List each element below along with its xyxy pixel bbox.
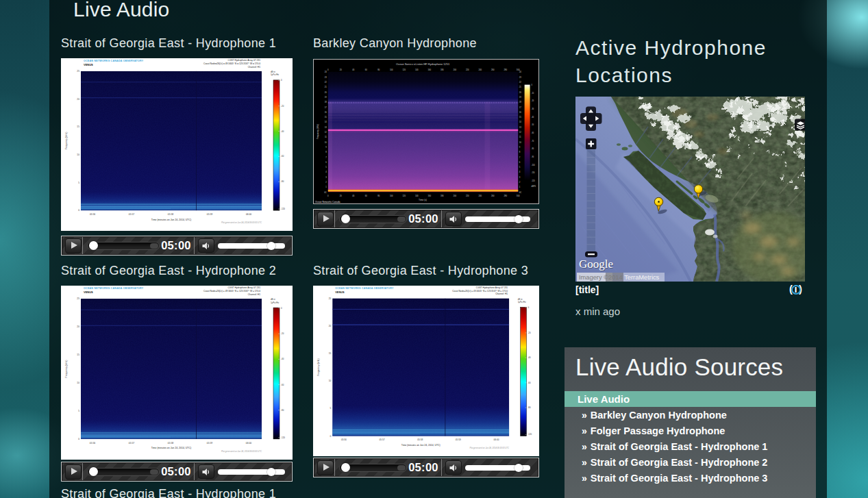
svg-text:25: 25 [77, 297, 79, 300]
svg-text:CGST Hydrophone Array 07 231: CGST Hydrophone Array 07 231 [228, 286, 261, 289]
svg-text:40: 40 [352, 195, 355, 197]
svg-text:180: 180 [441, 195, 444, 197]
svg-text:22: 22 [519, 81, 522, 84]
svg-text:10: 10 [329, 379, 332, 382]
svg-text:OCEAN NETWORKS CANADA OBSERVAT: OCEAN NETWORKS CANADA OBSERVATORY [335, 287, 394, 290]
svg-text:21: 21 [519, 86, 522, 88]
svg-text:17: 17 [519, 106, 522, 109]
svg-text:80: 80 [377, 195, 380, 197]
svg-text:05:58: 05:58 [417, 438, 423, 441]
svg-text:05:56: 05:56 [90, 442, 95, 445]
svg-text:Time (s): Time (s) [419, 199, 427, 201]
svg-text:CGST Hydrophone Array 07 231: CGST Hydrophone Array 07 231 [228, 59, 261, 62]
svg-text:-40: -40 [532, 116, 534, 119]
svg-text:Coast Node=26(Lt) = 49.3405° N: Coast Node=26(Lt) = 49.3405° N = 123.316… [452, 290, 508, 292]
svg-text:-110: -110 [532, 171, 536, 174]
svg-text:280: 280 [504, 69, 507, 71]
svg-text:-120: -120 [281, 436, 285, 439]
svg-text:20: 20 [340, 69, 343, 71]
svg-text:23: 23 [519, 76, 522, 79]
svg-text:25: 25 [77, 70, 79, 73]
svg-text:-90: -90 [532, 155, 534, 158]
svg-text:80: 80 [377, 69, 380, 71]
svg-text:280: 280 [504, 195, 507, 197]
svg-text:14: 14 [519, 121, 522, 123]
svg-text:15: 15 [519, 116, 522, 119]
svg-text:120: 120 [402, 69, 406, 71]
svg-text:-80: -80 [532, 147, 534, 150]
svg-text:-40: -40 [281, 130, 284, 133]
svg-text:-40: -40 [281, 358, 284, 360]
svg-text:Plot generated on Jun 24, 2014: Plot generated on Jun 24, 2014 06:00:00 … [221, 450, 262, 453]
svg-text:VENUS: VENUS [84, 290, 93, 294]
svg-text:05:56: 05:56 [90, 213, 95, 216]
svg-text:15: 15 [77, 353, 79, 356]
svg-text:40: 40 [352, 69, 355, 71]
svg-text:Plot generated on Jun 24, 2014: Plot generated on Jun 24, 2014 06:00:00 … [469, 447, 510, 449]
svg-text:Google: Google [579, 258, 613, 271]
svg-text:Ocean Sonics icListen HF Hydro: Ocean Sonics icListen HF Hydrophone 1251 [396, 62, 449, 66]
svg-text:Channel: H1: Channel: H1 [248, 293, 260, 296]
svg-text:-10: -10 [532, 92, 534, 95]
svg-text:1µPa²/Hz: 1µPa²/Hz [518, 301, 526, 303]
svg-text:13: 13 [325, 126, 327, 129]
svg-text:-70: -70 [532, 140, 534, 142]
svg-text:16: 16 [325, 111, 327, 114]
svg-text:180: 180 [441, 69, 444, 71]
svg-text:-40: -40 [528, 356, 531, 359]
svg-text:240: 240 [478, 195, 482, 197]
svg-text:-60: -60 [281, 155, 284, 158]
svg-text:-120: -120 [528, 433, 532, 436]
svg-text:200: 200 [453, 69, 456, 71]
svg-text:1µPa²/Hz: 1µPa²/Hz [271, 73, 280, 76]
svg-text:240: 240 [478, 69, 482, 71]
svg-text:dBFS: dBFS [532, 185, 536, 188]
svg-text:dB re: dB re [271, 298, 275, 301]
svg-text:260: 260 [491, 69, 495, 71]
svg-text:VENUS: VENUS [84, 63, 93, 66]
svg-text:-50: -50 [532, 123, 534, 126]
svg-text:22: 22 [325, 81, 327, 84]
svg-text:20: 20 [325, 91, 327, 94]
svg-text:300: 300 [517, 69, 520, 71]
svg-text:05:59: 05:59 [456, 438, 461, 441]
svg-text:220: 220 [466, 69, 469, 71]
svg-text:Time (minutes on Jun 24, 2014,: Time (minutes on Jun 24, 2014, UTC) [151, 219, 191, 221]
svg-text:05:59: 05:59 [207, 442, 212, 445]
svg-text:0C: 0C [324, 191, 327, 194]
svg-text:Frequency (kHz): Frequency (kHz) [65, 132, 68, 150]
svg-text:Plot generated on Jun 24, 2014: Plot generated on Jun 24, 2014 06:00:00 … [221, 221, 262, 224]
svg-text:5: 5 [78, 410, 79, 412]
svg-text:1µPa²/Hz: 1µPa²/Hz [271, 301, 280, 304]
svg-text:-60: -60 [528, 382, 531, 384]
svg-text:18: 18 [519, 101, 522, 103]
svg-text:19: 19 [519, 96, 522, 99]
svg-text:24: 24 [325, 71, 327, 73]
svg-text:17: 17 [325, 106, 327, 109]
svg-text:-60: -60 [281, 384, 284, 386]
svg-text:5: 5 [330, 407, 332, 410]
svg-text:05:57: 05:57 [129, 213, 134, 216]
svg-text:05:56: 05:56 [341, 438, 347, 441]
svg-text:120: 120 [402, 195, 406, 197]
svg-text:20: 20 [77, 325, 79, 328]
svg-text:19: 19 [325, 96, 327, 99]
svg-text:160: 160 [427, 195, 431, 197]
svg-text:OCEAN NETWORKS CANADA OBSERVAT: OCEAN NETWORKS CANADA OBSERVATORY [84, 60, 144, 62]
svg-text:10: 10 [519, 141, 522, 144]
svg-text:220: 220 [466, 195, 469, 197]
svg-text:200: 200 [453, 195, 456, 197]
svg-text:dB re: dB re [518, 298, 523, 301]
svg-text:24: 24 [519, 71, 522, 73]
svg-text:100: 100 [390, 69, 393, 71]
svg-text:0: 0 [78, 209, 79, 212]
svg-text:60: 60 [365, 195, 368, 197]
svg-text:05:59: 05:59 [207, 213, 212, 216]
svg-text:140: 140 [415, 69, 419, 71]
svg-text:05:58: 05:58 [168, 213, 173, 216]
svg-text:23: 23 [325, 76, 327, 79]
svg-text:05:58: 05:58 [168, 442, 173, 445]
svg-text:25: 25 [329, 297, 332, 300]
svg-text:Frequency (kHz): Frequency (kHz) [65, 360, 68, 378]
svg-text:20: 20 [519, 91, 522, 94]
